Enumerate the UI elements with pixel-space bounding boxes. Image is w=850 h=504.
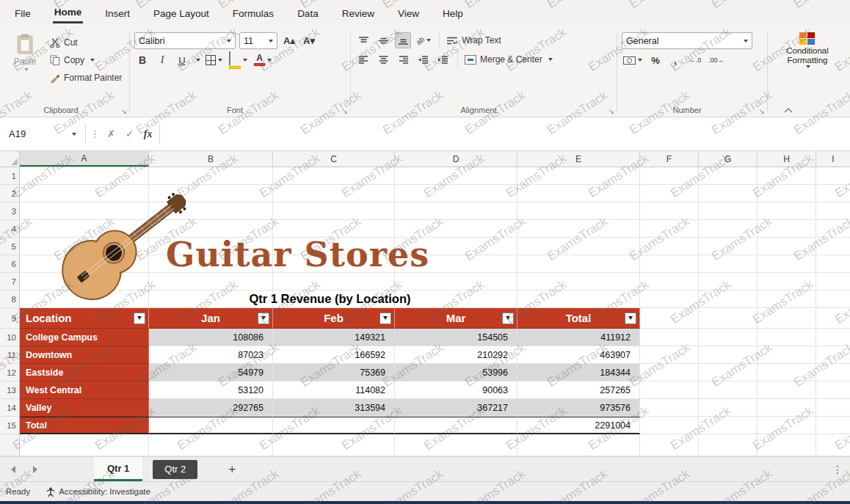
grid-cell[interactable] — [699, 255, 758, 273]
grid-cell[interactable] — [640, 273, 699, 291]
grid-cell[interactable] — [816, 167, 850, 185]
grid-cell[interactable] — [699, 167, 758, 185]
grid-cell[interactable] — [517, 434, 640, 456]
grid-cell[interactable] — [758, 399, 816, 417]
sheet-nav-left-icon[interactable] — [7, 464, 19, 475]
grid-cell[interactable] — [517, 255, 640, 273]
align-left-button[interactable] — [355, 51, 371, 67]
font-color-button[interactable]: A — [253, 52, 273, 68]
grid-cell[interactable] — [273, 167, 395, 185]
cell-value[interactable]: 166592 — [273, 346, 395, 364]
row-header[interactable]: 7 — [0, 273, 20, 291]
tab-view[interactable]: View — [396, 3, 421, 23]
cut-button[interactable]: Cut — [50, 35, 122, 50]
grid-cell[interactable] — [816, 273, 850, 291]
table-header-jan[interactable]: Jan — [149, 308, 273, 329]
row-header[interactable]: 5 — [0, 238, 20, 255]
grid-cell[interactable] — [395, 202, 517, 220]
cell-value[interactable]: 257265 — [517, 381, 640, 399]
grid-cell[interactable] — [395, 434, 517, 456]
cell-grand-total[interactable]: 2291004 — [517, 417, 640, 434]
decrease-font-button[interactable]: A▾ — [301, 33, 317, 49]
cell-value[interactable] — [273, 417, 395, 434]
formula-input[interactable] — [164, 117, 850, 150]
grid-cell[interactable] — [395, 185, 517, 202]
cell-value[interactable]: 411912 — [517, 329, 640, 346]
grid-cell[interactable] — [816, 399, 850, 417]
grid-cell[interactable] — [640, 417, 699, 434]
grid-cell[interactable] — [640, 434, 699, 456]
grid-cell[interactable] — [149, 434, 273, 456]
grid-cell[interactable] — [699, 329, 758, 346]
grid-cell[interactable] — [699, 273, 758, 291]
name-box[interactable]: A19 — [4, 125, 81, 144]
cell-value[interactable]: 210292 — [395, 346, 517, 364]
add-sheet-button[interactable]: + — [228, 462, 236, 477]
row-header[interactable]: 1 — [0, 167, 20, 185]
cell-value[interactable]: 114082 — [273, 381, 395, 399]
grid-cell[interactable] — [758, 434, 816, 456]
grid-cell[interactable] — [517, 185, 640, 202]
grid-cell[interactable] — [758, 238, 816, 255]
tab-help[interactable]: Help — [441, 3, 465, 23]
italic-button[interactable]: I — [154, 52, 170, 68]
row-header[interactable]: 6 — [0, 255, 20, 273]
accounting-format-button[interactable] — [622, 52, 644, 68]
grid-cell[interactable] — [699, 202, 758, 220]
grid-cell[interactable] — [816, 308, 850, 329]
filter-button[interactable] — [258, 313, 269, 324]
formula-bar-handle-icon[interactable]: ⋮ — [90, 128, 100, 139]
tab-file[interactable]: File — [13, 3, 32, 23]
column-header-h[interactable]: H — [758, 151, 816, 167]
wrap-text-button[interactable]: Wrap Text — [446, 33, 501, 48]
cell-value[interactable] — [149, 417, 273, 434]
filter-button[interactable] — [625, 313, 636, 324]
ribbon-collapse-chevron-icon[interactable] — [784, 108, 793, 113]
accessibility-checker-button[interactable]: Accessibility: Investigate — [46, 487, 150, 497]
column-header-f[interactable]: F — [640, 151, 699, 167]
enter-button[interactable]: ✓ — [123, 128, 137, 139]
fill-color-button[interactable] — [228, 52, 249, 68]
increase-indent-button[interactable] — [435, 51, 451, 67]
grid-cell[interactable] — [640, 329, 699, 346]
grid-cell[interactable] — [758, 364, 816, 381]
alignment-dialog-launcher-icon[interactable]: ↘ — [609, 107, 614, 115]
sheet-nav-right-icon[interactable] — [29, 464, 41, 475]
cell-location[interactable]: West Central — [20, 381, 149, 399]
cell-value[interactable]: 313594 — [273, 399, 395, 417]
grid-cell[interactable] — [699, 417, 758, 434]
grid-cell[interactable] — [758, 417, 816, 434]
number-format-combobox[interactable]: General — [622, 32, 752, 49]
grid-cell[interactable] — [816, 238, 850, 255]
comma-style-button[interactable]: , — [667, 52, 683, 68]
grid-cell[interactable] — [273, 434, 395, 456]
clipboard-dialog-launcher-icon[interactable]: ↘ — [121, 107, 127, 115]
column-header-d[interactable]: D — [395, 151, 517, 167]
grid-cell[interactable] — [758, 255, 816, 273]
grid-cell[interactable] — [758, 308, 816, 329]
grid-cell[interactable] — [517, 238, 640, 255]
grid-cell[interactable] — [273, 273, 395, 291]
table-header-total[interactable]: Total — [517, 308, 640, 329]
align-middle-button[interactable] — [375, 32, 391, 48]
grid-cell[interactable] — [699, 434, 758, 456]
column-header-c[interactable]: C — [273, 151, 395, 167]
tab-insert[interactable]: Insert — [103, 3, 131, 23]
grid-cell[interactable] — [758, 346, 816, 364]
row-header[interactable]: 9 — [0, 308, 20, 329]
grid-cell[interactable] — [699, 291, 758, 308]
row-header[interactable]: 15 — [0, 417, 20, 434]
cell-value[interactable]: 54979 — [149, 364, 273, 381]
grid-cell[interactable] — [699, 399, 758, 417]
grid-cell[interactable] — [640, 346, 699, 364]
align-right-button[interactable] — [395, 51, 411, 67]
grid-cell[interactable] — [640, 185, 699, 202]
grid-cell[interactable] — [699, 364, 758, 381]
font-name-combobox[interactable]: Calibri — [134, 32, 236, 49]
grid-cell[interactable] — [517, 167, 640, 185]
cell-value[interactable] — [395, 417, 517, 434]
align-bottom-button[interactable] — [395, 32, 411, 48]
tab-review[interactable]: Review — [341, 3, 376, 23]
grid-cell[interactable] — [816, 434, 850, 456]
row-header[interactable]: 11 — [0, 346, 20, 364]
